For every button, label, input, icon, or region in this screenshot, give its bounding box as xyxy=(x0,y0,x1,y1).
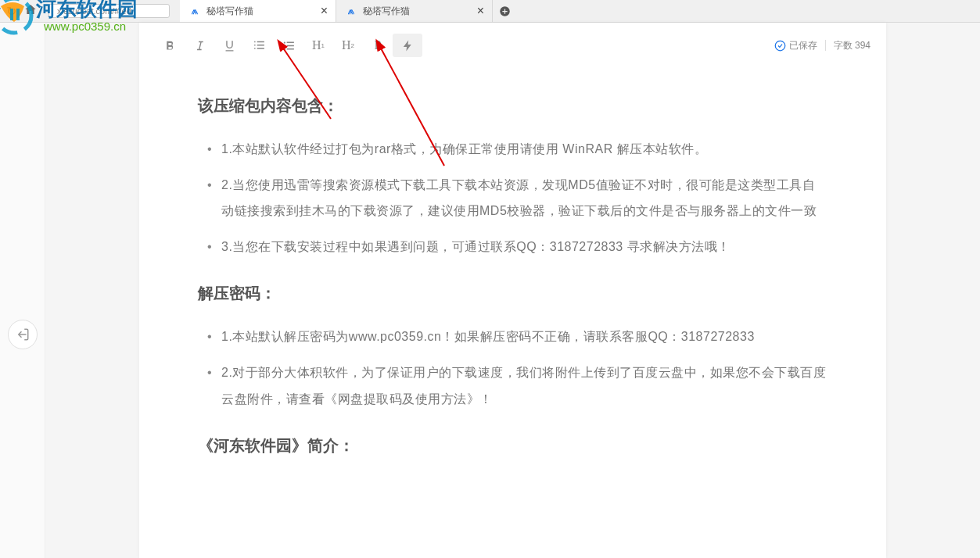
list-item: 2.当您使用迅雷等搜索资源模式下载工具下载本站资源，发现MD5值验证不对时，很可… xyxy=(221,172,827,224)
list-item: 2.对于部分大体积软件，为了保证用户的下载速度，我们将附件上传到了百度云盘中，如… xyxy=(221,359,827,412)
tab-strip: ⩕ 秘塔写作猫 × ⩕ 秘塔写作猫 × xyxy=(180,0,516,22)
url-input[interactable]: xiezuocat.com/#/ed xyxy=(48,4,170,18)
editor-container: H1 H2 P 已保存 字数 394 该压缩包内容包含： 1.本站默认软件经过打… xyxy=(139,23,886,558)
reload-icon[interactable]: ↻ xyxy=(6,4,16,19)
list-item: 1.本站默认软件经过打包为rar格式，为确保正常使用请使用 WinRAR 解压本… xyxy=(221,136,827,163)
unordered-list-button[interactable] xyxy=(274,34,303,57)
tab-1[interactable]: ⩕ 秘塔写作猫 × xyxy=(180,0,336,22)
paragraph-button[interactable]: P xyxy=(363,34,393,57)
tab-title: 秘塔写作猫 xyxy=(363,5,471,18)
tab-favicon-icon: ⩕ xyxy=(346,5,357,16)
list-password: 1.本站默认解压密码为www.pc0359.cn！如果解压密码不正确，请联系客服… xyxy=(198,324,827,412)
status-bar: 已保存 字数 394 xyxy=(774,39,871,52)
editor-toolbar: H1 H2 P 已保存 字数 394 xyxy=(139,23,886,68)
italic-button[interactable] xyxy=(185,34,214,57)
home-icon[interactable] xyxy=(24,3,37,19)
heading-contents: 该压缩包内容包含： xyxy=(198,95,827,116)
ordered-list-button[interactable] xyxy=(244,34,274,57)
close-icon[interactable]: × xyxy=(321,4,328,18)
logout-button[interactable] xyxy=(8,320,38,349)
heading-intro: 《河东软件园》简介： xyxy=(198,435,827,456)
tab-2[interactable]: ⩕ 秘塔写作猫 × xyxy=(336,0,493,22)
tab-title: 秘塔写作猫 xyxy=(206,5,314,18)
sidebar xyxy=(0,23,45,558)
word-count: 字数 394 xyxy=(834,39,871,52)
heading2-button[interactable]: H2 xyxy=(333,34,363,57)
list-item: 1.本站默认解压密码为www.pc0359.cn！如果解压密码不正确，请联系客服… xyxy=(221,324,827,350)
bold-button[interactable] xyxy=(155,34,185,57)
list-item: 3.当您在下载安装过程中如果遇到问题，可通过联系QQ：3187272833 寻求… xyxy=(221,234,827,260)
tab-favicon-icon: ⩕ xyxy=(189,5,200,16)
ai-action-button[interactable] xyxy=(393,34,422,57)
document-content[interactable]: 该压缩包内容包含： 1.本站默认软件经过打包为rar格式，为确保正常使用请使用 … xyxy=(139,68,886,507)
underline-button[interactable] xyxy=(214,34,244,57)
heading1-button[interactable]: H1 xyxy=(303,34,333,57)
svg-point-6 xyxy=(775,41,785,51)
new-tab-button[interactable] xyxy=(493,0,516,22)
divider xyxy=(825,40,826,51)
saved-indicator: 已保存 xyxy=(774,39,817,52)
main-area: H1 H2 P 已保存 字数 394 该压缩包内容包含： 1.本站默认软件经过打… xyxy=(45,23,980,558)
browser-chrome-bar: ↻ xiezuocat.com/#/ed ⩕ 秘塔写作猫 × ⩕ 秘塔写作猫 × xyxy=(0,0,980,23)
list-contents: 1.本站默认软件经过打包为rar格式，为确保正常使用请使用 WinRAR 解压本… xyxy=(198,136,827,259)
close-icon[interactable]: × xyxy=(477,4,484,18)
heading-password: 解压密码： xyxy=(198,283,827,304)
